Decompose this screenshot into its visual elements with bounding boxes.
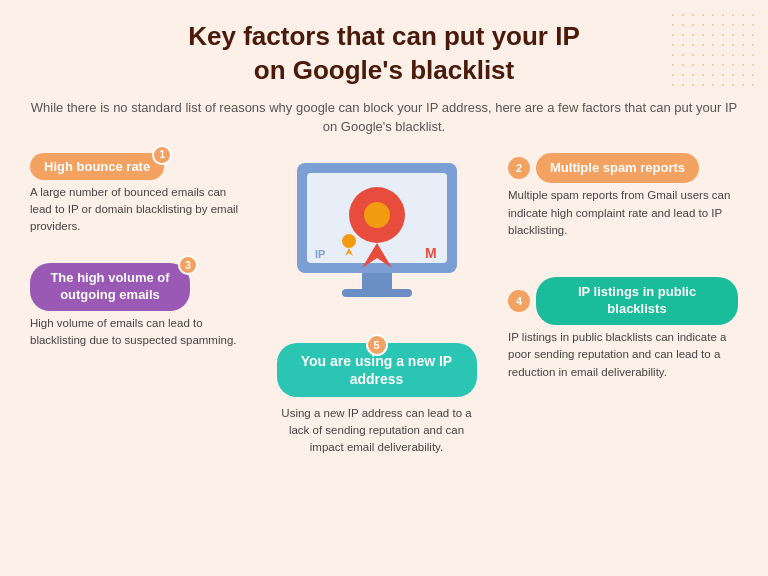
factor-3-description: High volume of emails can lead to blackl… — [30, 315, 245, 350]
factor-2-header: 2 Multiple spam reports — [508, 153, 738, 184]
svg-text:IP: IP — [315, 248, 325, 260]
factor-4-description: IP listings in public blacklists can ind… — [508, 329, 738, 381]
left-column: High bounce rate 1 A large number of bou… — [30, 153, 245, 350]
svg-text:M: M — [425, 245, 437, 261]
factor-3-number: 3 — [178, 255, 198, 275]
main-content: High bounce rate 1 A large number of bou… — [30, 153, 738, 457]
page-title: Key factors that can put your IP on Goog… — [30, 20, 738, 88]
factor-1-description: A large number of bounced emails can lea… — [30, 184, 245, 236]
right-column: 2 Multiple spam reports Multiple spam re… — [508, 153, 738, 391]
page-container: Key factors that can put your IP on Goog… — [0, 0, 768, 576]
svg-rect-2 — [362, 273, 392, 289]
factor-5-number: 5 — [366, 334, 388, 356]
factor-4-header: 4 IP listings in public blacklists — [508, 277, 738, 325]
center-column: IP M You are using a new IP address 5 Us… — [267, 153, 487, 457]
factor-1-block: High bounce rate 1 A large number of bou… — [30, 153, 245, 236]
computer-illustration: IP M — [277, 153, 477, 333]
factor-4-block: 4 IP listings in public blacklists IP li… — [508, 277, 738, 381]
factor-2-block: 2 Multiple spam reports Multiple spam re… — [508, 153, 738, 240]
factor-2-pill: Multiple spam reports — [536, 153, 699, 184]
factor-2-description: Multiple spam reports from Gmail users c… — [508, 187, 738, 239]
factor-5-description: Using a new IP address can lead to a lac… — [277, 405, 477, 457]
svg-rect-3 — [342, 289, 412, 297]
factor-4-pill: IP listings in public blacklists — [536, 277, 738, 325]
factor-1-header: High bounce rate 1 — [30, 153, 245, 180]
factor-4-number: 4 — [508, 290, 530, 312]
factor-1-pill: High bounce rate 1 — [30, 153, 164, 180]
factor-5-block: You are using a new IP address 5 Using a… — [277, 343, 477, 457]
page-subtitle: While there is no standard list of reaso… — [30, 98, 738, 137]
factor-2-number: 2 — [508, 157, 530, 179]
svg-point-5 — [364, 202, 390, 228]
factor-1-number: 1 — [152, 145, 172, 165]
factor-3-pill: The high volume of outgoing emails 3 — [30, 263, 190, 311]
factor-3-header: The high volume of outgoing emails 3 — [30, 263, 245, 311]
svg-point-8 — [342, 234, 356, 248]
factor-3-block: The high volume of outgoing emails 3 Hig… — [30, 263, 245, 349]
